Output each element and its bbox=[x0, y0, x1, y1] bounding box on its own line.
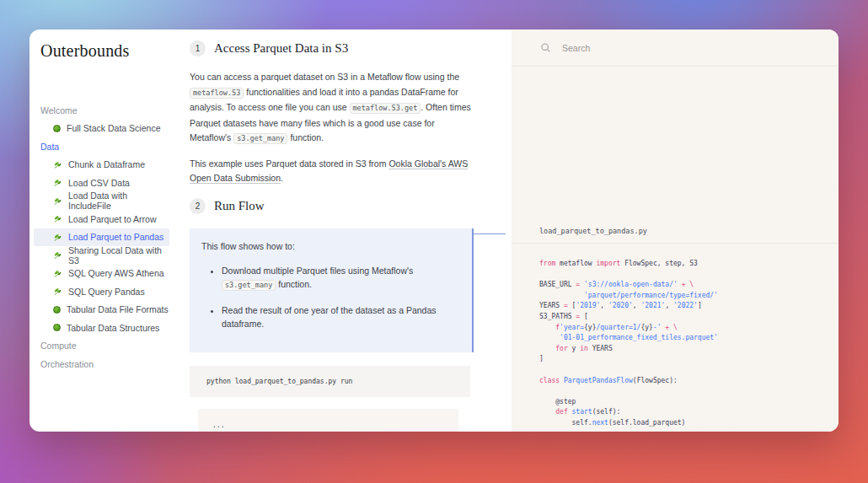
code-line: YEARS = ['2019', '2020', '2021', '2022'] bbox=[539, 301, 839, 312]
paragraph-text: function. bbox=[276, 279, 312, 289]
search-input[interactable] bbox=[562, 43, 747, 53]
code-line: '01-01_performance_fixed_tiles.parquet' bbox=[539, 333, 839, 344]
sidebar-item-full-stack-data-science[interactable]: Full Stack Data Science bbox=[34, 120, 169, 138]
code-line: def start(self): bbox=[539, 407, 839, 418]
inline-code: metaflow.S3.get bbox=[350, 103, 421, 114]
flow-connector-line bbox=[472, 233, 506, 235]
sidebar-item-load-csv-data[interactable]: Load CSV Data bbox=[34, 174, 169, 192]
sidebar-item-tabular-data-structures[interactable]: Tabular Data Structures bbox=[34, 319, 169, 337]
flow-callout: This flow shows how to: Download multipl… bbox=[190, 228, 474, 352]
output-text: ... [638/end/3312 (pid 7120)] Task is st… bbox=[212, 420, 458, 432]
sidebar-section-compute[interactable]: Compute bbox=[40, 337, 181, 356]
bullet-item: Download multiple Parquet files using Me… bbox=[222, 264, 462, 292]
paragraph-text: Download multiple Parquet files using Me… bbox=[222, 266, 413, 276]
sprout-icon bbox=[53, 178, 62, 187]
code-line: S3_PATHS = [ bbox=[539, 312, 839, 323]
code-line bbox=[539, 365, 839, 376]
paragraph-text: function. bbox=[287, 132, 324, 142]
sprout-icon bbox=[53, 250, 62, 260]
section-title: Run Flow bbox=[214, 199, 265, 213]
sidebar-item-sharing-local-data-with-s3[interactable]: Sharing Local Data with S3 bbox=[34, 246, 169, 265]
code-line: from metaflow import FlowSpec, step, S3 bbox=[539, 259, 839, 270]
sidebar-item-label: SQL Query AWS Athena bbox=[68, 268, 164, 278]
search-icon bbox=[540, 42, 551, 53]
paragraph-text: Read the result of one year of the datas… bbox=[222, 305, 437, 330]
sprout-icon bbox=[53, 269, 62, 278]
section-number-badge: 2 bbox=[190, 198, 206, 214]
code-filename: load_parquet_to_pandas.py bbox=[512, 220, 839, 244]
code-line: 'parquet/performance/type=fixed/' bbox=[539, 291, 839, 302]
sidebar-item-label: Load Parquet to Arrow bbox=[68, 214, 156, 224]
paragraph-text: This example uses Parquet data stored in… bbox=[190, 158, 388, 169]
paragraph-text: . bbox=[281, 173, 283, 183]
sidebar-item-label: Load Parquet to Pandas bbox=[68, 232, 163, 242]
green-dot-icon bbox=[53, 125, 61, 132]
sidebar-item-label: Load CSV Data bbox=[68, 178, 130, 188]
green-dot-icon bbox=[53, 306, 61, 314]
sidebar-item-load-parquet-to-pandas[interactable]: Load Parquet to Pandas bbox=[34, 228, 169, 247]
code-line: ] bbox=[539, 354, 839, 365]
sidebar-nav: WelcomeFull Stack Data ScienceDataChunk … bbox=[40, 101, 181, 373]
sidebar-item-label: Full Stack Data Science bbox=[67, 123, 160, 133]
code-line: self.next(self.load_parquet) bbox=[539, 418, 839, 429]
sidebar-item-load-data-with-includefile[interactable]: Load Data with IncludeFile bbox=[34, 192, 169, 211]
sidebar-item-tabular-data-file-formats[interactable]: Tabular Data File Formats bbox=[34, 301, 169, 319]
section-title: Access Parquet Data in S3 bbox=[214, 41, 348, 56]
sidebar-section-welcome[interactable]: Welcome bbox=[40, 101, 181, 120]
code-line: @step bbox=[539, 397, 839, 408]
paragraph-intro: You can access a parquet dataset on S3 i… bbox=[190, 70, 474, 147]
main-content: 1 Access Parquet Data in S3 You can acce… bbox=[181, 30, 512, 432]
code-line bbox=[539, 270, 839, 281]
sidebar-item-label: Tabular Data File Formats bbox=[67, 304, 169, 314]
brand-title: Outerbounds bbox=[40, 41, 181, 61]
bullet-item: Read the result of one year of the datas… bbox=[222, 303, 462, 331]
code-line: BASE_URL = 's3://ookla-open-data/' + \ bbox=[539, 280, 839, 291]
sidebar-item-label: Chunk a Dataframe bbox=[68, 159, 145, 169]
command-block: python load_parquet_to_pandas.py run bbox=[190, 366, 470, 397]
sprout-icon bbox=[53, 196, 62, 206]
section-heading-2: 2 Run Flow bbox=[190, 198, 512, 215]
paragraph-example: This example uses Parquet data stored in… bbox=[190, 157, 474, 186]
code-panel: load_parquet_to_pandas.py from metaflow … bbox=[512, 30, 839, 432]
code-block: from metaflow import FlowSpec, step, S3 … bbox=[512, 259, 839, 429]
sprout-icon bbox=[53, 214, 62, 223]
section-number-badge: 1 bbox=[190, 40, 206, 56]
sidebar: Outerbounds WelcomeFull Stack Data Scien… bbox=[29, 30, 181, 432]
sprout-icon bbox=[53, 233, 62, 242]
app-card: Outerbounds WelcomeFull Stack Data Scien… bbox=[29, 30, 839, 432]
search-bar[interactable] bbox=[512, 30, 839, 67]
inline-code: metaflow.S3 bbox=[190, 88, 244, 99]
sidebar-item-label: Load Data with IncludeFile bbox=[68, 191, 169, 211]
bullet-list: Download multiple Parquet files using Me… bbox=[201, 264, 462, 331]
inline-code: s3.get_many bbox=[222, 280, 276, 291]
command-text: python load_parquet_to_pandas.py run bbox=[206, 378, 352, 385]
sidebar-item-sql-query-aws-athena[interactable]: SQL Query AWS Athena bbox=[34, 265, 169, 283]
sidebar-item-chunk-a-dataframe[interactable]: Chunk a Dataframe bbox=[34, 156, 169, 174]
sprout-icon bbox=[53, 287, 62, 296]
code-line: for y in YEARS bbox=[539, 344, 839, 355]
sidebar-item-load-parquet-to-arrow[interactable]: Load Parquet to Arrow bbox=[34, 210, 169, 228]
section-heading-1: 1 Access Parquet Data in S3 bbox=[190, 40, 512, 56]
sidebar-section-orchestration[interactable]: Orchestration bbox=[40, 355, 181, 373]
green-dot-icon bbox=[53, 324, 61, 331]
output-block: ... [638/end/3312 (pid 7120)] Task is st… bbox=[198, 409, 458, 432]
sprout-icon bbox=[53, 160, 62, 169]
sidebar-item-label: Tabular Data Structures bbox=[67, 323, 159, 333]
code-line: class ParquetPandasFlow(FlowSpec): bbox=[539, 376, 839, 387]
sidebar-item-label: Sharing Local Data with S3 bbox=[68, 245, 169, 266]
inline-code: s3.get_many bbox=[233, 133, 287, 144]
sidebar-item-sql-query-pandas[interactable]: SQL Query Pandas bbox=[34, 282, 169, 301]
sidebar-item-label: SQL Query Pandas bbox=[68, 287, 145, 297]
code-line: f'year={y}/quarter=1/{y}-' + \ bbox=[539, 323, 839, 334]
paragraph-text: You can access a parquet dataset on S3 i… bbox=[190, 72, 459, 82]
flow-callout-intro: This flow shows how to: bbox=[201, 240, 462, 253]
sidebar-section-data[interactable]: Data bbox=[40, 137, 181, 156]
code-line bbox=[539, 386, 839, 397]
app-background: { "sidebar": { "logo": "Outerbounds", "n… bbox=[0, 0, 868, 483]
